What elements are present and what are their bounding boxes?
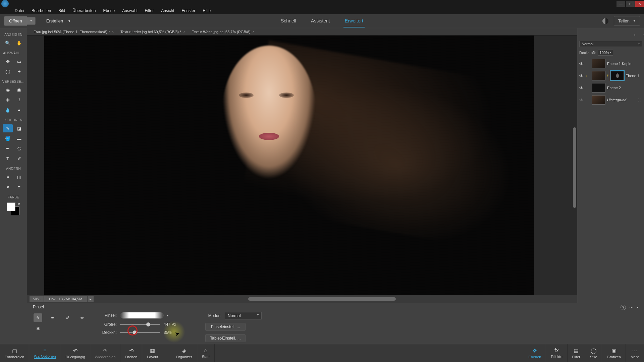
mode-tab-expert[interactable]: Erweitert: [343, 15, 365, 27]
fill-tool-icon[interactable]: 🪣: [3, 134, 13, 142]
bb-start[interactable]: ⌂Start: [197, 344, 215, 362]
docinfo-dropdown-icon[interactable]: ▸: [88, 296, 94, 302]
brush-settings-button[interactable]: Pinseleinstell. ...: [205, 323, 246, 331]
color-swatches[interactable]: ⇄: [7, 202, 20, 216]
doctab-0[interactable]: Frau.jpg bei 50% (Ebene 1, Ebenenmaske/8…: [30, 29, 117, 35]
menu-filter[interactable]: Filter: [142, 8, 157, 14]
move-tool-icon[interactable]: ✥: [3, 57, 13, 65]
opacity-slider[interactable]: [120, 332, 160, 333]
bb-effekte[interactable]: fxEffekte: [546, 344, 567, 362]
brush-mode-brush-icon[interactable]: ✎: [34, 313, 42, 322]
brush-tool-icon[interactable]: ✎: [3, 124, 13, 132]
tablet-settings-button[interactable]: Tablet-Einstell. ...: [205, 334, 246, 342]
layer-row-3[interactable]: 👁 Hintergrund ⬚: [577, 94, 644, 106]
slider-thumb[interactable]: [146, 322, 150, 326]
close-tab-icon[interactable]: ×: [253, 30, 255, 34]
close-tab-icon[interactable]: ×: [183, 30, 185, 34]
crop-tool-icon[interactable]: ⌗: [3, 173, 13, 181]
size-slider[interactable]: [120, 324, 160, 325]
bb-stile[interactable]: ◯Stile: [585, 344, 602, 362]
text-tool-icon[interactable]: T: [3, 155, 13, 163]
layer-mask-thumb[interactable]: [610, 71, 624, 80]
share-button[interactable]: Teilen ▼: [614, 16, 640, 26]
menu-bild[interactable]: Bild: [56, 8, 68, 14]
sponge-tool-icon[interactable]: ●: [14, 106, 24, 114]
maximize-button[interactable]: □: [626, 1, 635, 7]
hand-tool-icon[interactable]: ✋: [14, 39, 24, 47]
brush-dropdown-icon[interactable]: ▾: [167, 313, 171, 317]
close-tab-icon[interactable]: ×: [112, 30, 114, 34]
horizontal-scrollbar[interactable]: [248, 297, 396, 301]
open-dropdown-button[interactable]: ▼: [27, 17, 36, 25]
size-value[interactable]: 447 Px: [164, 322, 181, 327]
lock-icon[interactable]: ▪: [586, 74, 590, 78]
bb-ebenen[interactable]: ❖Ebenen: [524, 344, 546, 362]
heal-tool-icon[interactable]: ✚: [3, 96, 13, 104]
bb-filter[interactable]: ▤Filter: [568, 344, 585, 362]
visibility-icon[interactable]: 👁: [579, 73, 584, 78]
contentaware-tool-icon[interactable]: ✕: [3, 183, 13, 191]
menu-auswahl[interactable]: Auswahl: [119, 8, 140, 14]
theme-toggle-icon[interactable]: [602, 18, 608, 24]
opacity-input[interactable]: 100%▾: [598, 50, 613, 56]
menu-datei[interactable]: Datei: [12, 8, 27, 14]
new-layer-icon[interactable]: ▫: [631, 32, 638, 38]
doctab-1[interactable]: Textur Leder.jpg bei 69,5% (RGB/8) *×: [117, 29, 189, 35]
blur-tool-icon[interactable]: 💧: [3, 106, 13, 114]
recompose-tool-icon[interactable]: ◫: [14, 173, 24, 181]
bb-undo[interactable]: ↶Rückgängig: [61, 344, 90, 362]
bb-grafiken[interactable]: ▣Grafiken: [602, 344, 626, 362]
layer-row-2[interactable]: 👁 Ebene 2: [577, 82, 644, 94]
help-icon[interactable]: ?: [621, 305, 626, 310]
brush-preview[interactable]: [120, 312, 164, 319]
visibility-icon[interactable]: 👁: [579, 61, 584, 66]
visibility-off-icon[interactable]: 👁: [579, 97, 584, 103]
doctab-2[interactable]: Textur Wand.jpg bei 55,7% (RGB/8)×: [189, 29, 258, 35]
brush-mode-pencil-icon[interactable]: ✏: [78, 313, 87, 322]
menu-fenster[interactable]: Fenster: [179, 8, 198, 14]
mode-tab-guided[interactable]: Assistent: [310, 15, 331, 27]
wand-tool-icon[interactable]: ✦: [14, 67, 24, 75]
bb-organizer[interactable]: ◈Organizer: [171, 344, 197, 362]
visibility-icon[interactable]: 👁: [579, 85, 584, 90]
bb-wz-optionen[interactable]: ≡WZ-Optionen: [29, 344, 61, 362]
layer-group-icon[interactable]: ▭: [641, 32, 644, 38]
zoom-value[interactable]: 50%: [30, 296, 44, 302]
pencil-tool-icon[interactable]: ✐: [14, 155, 24, 163]
chevron-down-icon[interactable]: ▾: [637, 306, 639, 309]
menu-ueberarbeiten[interactable]: Überarbeiten: [70, 8, 98, 14]
menu-bearbeiten[interactable]: Bearbeiten: [29, 8, 54, 14]
clone-tool-icon[interactable]: ⟟: [14, 96, 24, 104]
bb-mehr[interactable]: ⋯Mehr: [626, 344, 644, 362]
bb-redo[interactable]: ↷Wiederholen: [90, 344, 121, 362]
redeye-tool-icon[interactable]: ◉: [3, 86, 13, 94]
blend-mode-select[interactable]: Normal▾: [579, 41, 642, 47]
bb-layout[interactable]: ▦Layout: [142, 344, 163, 362]
close-window-button[interactable]: ✕: [635, 1, 644, 7]
eraser-tool-icon[interactable]: ◪: [14, 124, 24, 132]
vertical-scrollbar[interactable]: [573, 127, 576, 208]
mode-tab-quick[interactable]: Schnell: [279, 15, 298, 27]
brush-mode-wet-icon[interactable]: ✾: [34, 324, 42, 333]
opacity-value[interactable]: 35%: [164, 330, 181, 335]
minimize-button[interactable]: —: [616, 1, 625, 7]
bb-fotobereich[interactable]: ▢Fotobereich: [0, 344, 29, 362]
canvas-area[interactable]: [27, 36, 577, 295]
menu-ansicht[interactable]: Ansicht: [158, 8, 177, 14]
gradient-tool-icon[interactable]: ▬: [14, 134, 24, 142]
slider-thumb[interactable]: [133, 330, 137, 335]
layer-row-0[interactable]: 👁 Ebene 1 Kopie: [577, 58, 644, 70]
menu-hilfe[interactable]: Hilfe: [200, 8, 213, 14]
layer-row-1[interactable]: 👁 ▪ ⎘ Ebene 1: [577, 70, 644, 82]
mode-select[interactable]: Normal▾: [225, 312, 262, 319]
lasso-tool-icon[interactable]: ◯: [3, 67, 13, 75]
swap-colors-icon[interactable]: ⇄: [18, 202, 20, 205]
more-icon[interactable]: ⋯: [629, 305, 634, 310]
straighten-tool-icon[interactable]: ≡: [14, 183, 24, 191]
teeth-tool-icon[interactable]: ☗: [14, 86, 24, 94]
brush-mode-color-icon[interactable]: ✐: [63, 313, 72, 322]
foreground-color-swatch[interactable]: [7, 202, 15, 211]
marquee-tool-icon[interactable]: ▭: [14, 57, 24, 65]
menu-ebene[interactable]: Ebene: [100, 8, 117, 14]
eyedropper-tool-icon[interactable]: ✒: [3, 144, 13, 153]
